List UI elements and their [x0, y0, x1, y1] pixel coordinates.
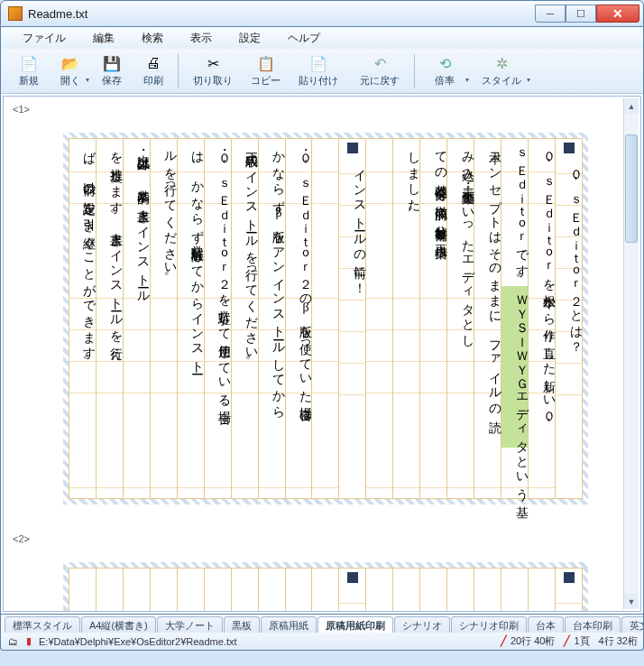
scroll-thumb[interactable] [625, 134, 638, 243]
style-button[interactable]: ✲スタイル▾ [471, 52, 532, 89]
cut-icon: ✂ [204, 54, 222, 72]
statusbar: 🗂 ▮ E:¥Data¥Delphi¥Exe¥OsEditor2¥Readme.… [0, 633, 644, 651]
style-tab[interactable]: 黒板 [224, 616, 260, 633]
paste-button[interactable]: 📄貼り付け [288, 52, 349, 89]
text-line: み込み・表示・編集といったエディタとし [447, 143, 474, 342]
text-line: 本コンセプトはそのままに、ファイルの読 [474, 143, 501, 412]
scroll-up-button[interactable]: ▲ [624, 98, 639, 114]
marker-icon: ╱ [501, 635, 507, 647]
text-line: かならずβ版をアンインストールしてから [259, 143, 285, 413]
style-tab[interactable]: 台本印刷 [565, 616, 621, 633]
save-icon: 💾 [103, 54, 121, 72]
style-tab[interactable]: 台本 [528, 616, 564, 633]
copy-icon: 📋 [257, 54, 275, 72]
menu-help[interactable]: ヘルプ [275, 27, 333, 50]
window-title: Readme.txt [28, 7, 535, 21]
style-tab[interactable]: シナリオ [394, 616, 450, 633]
menu-settings[interactable]: 設定 [226, 27, 273, 50]
save-button[interactable]: 💾保存 [91, 52, 133, 89]
marker-icon: ╱ [564, 635, 570, 647]
chevron-down-icon: ▾ [465, 76, 469, 84]
menu-edit[interactable]: 編集 [80, 27, 127, 50]
zoom-icon: ⟲ [436, 54, 454, 72]
text-line: を推奨します。上書きインストールを行え [97, 143, 123, 355]
text-line: ・０'ｓＥｄｉｔｏｒ２を常駐して使用している場合 [205, 143, 231, 403]
style-icon: ✲ [492, 54, 511, 72]
style-tab[interactable]: 標準スタイル [5, 616, 80, 633]
text-line: ルを行ってください。 [151, 143, 177, 284]
status-position: ╱20行 40桁 [501, 634, 556, 648]
page-1: <1> ０'ｓＥｄｉｔｏｒ２とは？ ０'ｓＥｄｉｔｏｒを根本から作り直した新しい… [7, 100, 621, 524]
section-mark-icon [347, 143, 358, 153]
section-mark-icon [347, 572, 358, 583]
toolbar: 📄新規 📂開く▾ 💾保存 🖨印刷 ✂切り取り 📋コピー 📄貼り付け ↶元に戻す … [0, 49, 644, 94]
menu-view[interactable]: 表示 [178, 27, 225, 50]
text-line: インストールの前に！ [339, 161, 365, 288]
minimize-button[interactable]: ─ [535, 5, 566, 23]
zoom-button[interactable]: ⟲倍率▾ [419, 52, 471, 89]
text-line: ば、以前の設定を引き継ぐことができます。 [69, 143, 96, 368]
open-button[interactable]: 📂開く▾ [50, 52, 91, 89]
text-line: 正式版のインストールを行ってください。 [232, 143, 258, 369]
page-label: <1> [13, 104, 30, 115]
document-area: <1> ０'ｓＥｄｉｔｏｒ２とは？ ０'ｓＥｄｉｔｏｒを根本から作り直した新しい… [0, 94, 644, 615]
section-mark-icon [564, 143, 575, 153]
text-line: ・０'ｓＥｄｉｔｏｒ２のβ版を使っていた場合は、 [286, 143, 312, 430]
style-tab[interactable]: シナリオ印刷 [451, 616, 527, 633]
status-page: ╱1頁 [564, 634, 589, 648]
toolbar-separator [178, 54, 179, 88]
text-line: ０'ｓＥｄｉｔｏｒ２とは？ [556, 161, 582, 347]
app-icon [8, 6, 23, 21]
genkou-grid[interactable]: ０'ｓＥｄｉｔｏｒ２とは？ ０'ｓＥｄｉｔｏｒを根本から作り直した新しい０' ｓ… [69, 138, 583, 499]
status-icon: ▮ [23, 635, 35, 648]
new-icon: 📄 [20, 54, 38, 72]
undo-button[interactable]: ↶元に戻す [349, 52, 410, 89]
chevron-down-icon: ▾ [527, 76, 530, 84]
paste-icon: 📄 [309, 54, 327, 72]
section-mark-icon [564, 572, 575, 583]
close-button[interactable]: ✕ [596, 5, 639, 23]
text-line: ０'ｓＥｄｉｔｏｒを根本から作り直した新しい０' [529, 143, 555, 431]
style-tab[interactable]: A4縦(横書き) [81, 616, 156, 633]
status-icon: 🗂 [6, 635, 19, 648]
page-2: <2> [7, 530, 621, 612]
text-line: しました。 [393, 143, 419, 220]
style-tab-active[interactable]: 原稿用紙印刷 [317, 616, 393, 633]
menu-file[interactable]: ファイル [10, 27, 78, 50]
menu-search[interactable]: 検索 [129, 27, 176, 50]
text-line: ｓＥｄｉｔｏｒです。ＷＹＳＩＷＹＧエディタという基 [501, 143, 528, 496]
style-tab[interactable]: 英文 [621, 616, 644, 633]
style-tab[interactable]: 原稿用紙 [261, 616, 317, 633]
vertical-scrollbar[interactable]: ▲ ▼ [623, 98, 639, 609]
maximize-button[interactable]: ☐ [566, 5, 596, 23]
status-end: 4行 32桁 [599, 634, 638, 648]
window-buttons: ─ ☐ ✕ [535, 5, 639, 23]
genkou-grid[interactable] [69, 568, 583, 612]
print-icon: 🖨 [144, 54, 162, 72]
style-tabs: 標準スタイル A4縦(横書き) 大学ノート 黒板 原稿用紙 原稿用紙印刷 シナリ… [0, 615, 644, 633]
print-button[interactable]: 🖨印刷 [133, 52, 174, 89]
style-tab[interactable]: 大学ノート [157, 616, 223, 633]
status-path: E:¥Data¥Delphi¥Exe¥OsEditor2¥Readme.txt [39, 636, 492, 647]
toolbar-separator [414, 54, 415, 88]
open-icon: 📂 [61, 54, 79, 72]
page-label: <2> [13, 533, 30, 544]
scroll-down-button[interactable]: ▼ [624, 594, 639, 609]
chevron-down-icon: ▾ [86, 76, 89, 84]
menubar: ファイル 編集 検索 表示 設定 ヘルプ [0, 27, 644, 49]
document-viewport[interactable]: <1> ０'ｓＥｄｉｔｏｒ２とは？ ０'ｓＥｄｉｔｏｒを根本から作り直した新しい… [3, 96, 641, 612]
new-button[interactable]: 📄新規 [8, 52, 50, 89]
text-line: ・上記以外は、基本的に上書きインストール [124, 143, 150, 298]
cut-button[interactable]: ✂切り取り [182, 52, 244, 89]
undo-icon: ↶ [371, 54, 389, 72]
text-line: ての基礎部分を徹底的に分解整備＆再構築 [420, 143, 446, 239]
highlighted-text: ＷＹＳＩＷＹＧエディタ [501, 286, 528, 448]
titlebar: Readme.txt ─ ☐ ✕ [0, 0, 644, 27]
text-line: は、かならず常駐解除してからインストー [178, 143, 204, 369]
copy-button[interactable]: 📋コピー [244, 52, 288, 89]
